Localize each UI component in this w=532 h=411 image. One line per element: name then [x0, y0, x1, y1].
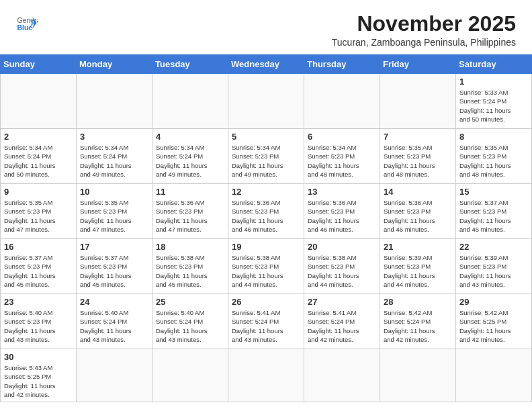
day-number: 19	[232, 242, 300, 252]
day-number: 8	[459, 132, 528, 142]
weekday-header-saturday: Saturday	[456, 55, 532, 74]
day-info: Sunrise: 5:37 AM Sunset: 5:23 PM Dayligh…	[80, 253, 148, 289]
day-info: Sunrise: 5:34 AM Sunset: 5:24 PM Dayligh…	[80, 143, 148, 179]
day-number: 29	[459, 297, 528, 307]
day-number: 18	[156, 242, 224, 252]
calendar-cell: 14Sunrise: 5:36 AM Sunset: 5:23 PM Dayli…	[380, 184, 456, 239]
day-number: 20	[308, 242, 376, 252]
day-number: 6	[308, 132, 376, 142]
calendar-cell	[1, 74, 77, 129]
week-row-1: 2Sunrise: 5:34 AM Sunset: 5:24 PM Daylig…	[1, 129, 532, 184]
calendar-cell: 25Sunrise: 5:40 AM Sunset: 5:24 PM Dayli…	[152, 294, 228, 349]
calendar-cell	[152, 74, 228, 129]
day-info: Sunrise: 5:40 AM Sunset: 5:24 PM Dayligh…	[80, 308, 148, 344]
calendar-cell	[152, 349, 228, 402]
calendar-cell: 12Sunrise: 5:36 AM Sunset: 5:23 PM Dayli…	[228, 184, 304, 239]
calendar-cell: 16Sunrise: 5:37 AM Sunset: 5:23 PM Dayli…	[1, 239, 77, 294]
day-info: Sunrise: 5:38 AM Sunset: 5:23 PM Dayligh…	[156, 253, 224, 289]
calendar-cell: 4Sunrise: 5:34 AM Sunset: 5:24 PM Daylig…	[152, 129, 228, 184]
calendar-cell	[380, 349, 456, 402]
day-info: Sunrise: 5:39 AM Sunset: 5:23 PM Dayligh…	[384, 253, 452, 289]
day-info: Sunrise: 5:42 AM Sunset: 5:25 PM Dayligh…	[459, 308, 528, 344]
calendar-cell: 19Sunrise: 5:38 AM Sunset: 5:23 PM Dayli…	[228, 239, 304, 294]
calendar-cell: 8Sunrise: 5:35 AM Sunset: 5:23 PM Daylig…	[456, 129, 532, 184]
day-number: 24	[80, 297, 148, 307]
calendar-cell: 10Sunrise: 5:35 AM Sunset: 5:23 PM Dayli…	[77, 184, 152, 239]
day-info: Sunrise: 5:40 AM Sunset: 5:24 PM Dayligh…	[156, 308, 224, 344]
day-number: 27	[308, 297, 376, 307]
week-row-0: 1Sunrise: 5:33 AM Sunset: 5:24 PM Daylig…	[1, 74, 532, 129]
calendar-cell: 22Sunrise: 5:39 AM Sunset: 5:23 PM Dayli…	[456, 239, 532, 294]
week-row-3: 16Sunrise: 5:37 AM Sunset: 5:23 PM Dayli…	[1, 239, 532, 294]
weekday-header-wednesday: Wednesday	[228, 55, 304, 74]
day-info: Sunrise: 5:36 AM Sunset: 5:23 PM Dayligh…	[384, 198, 452, 234]
day-info: Sunrise: 5:39 AM Sunset: 5:23 PM Dayligh…	[459, 253, 528, 289]
day-info: Sunrise: 5:38 AM Sunset: 5:23 PM Dayligh…	[308, 253, 376, 289]
day-number: 23	[4, 297, 73, 307]
day-info: Sunrise: 5:38 AM Sunset: 5:23 PM Dayligh…	[232, 253, 300, 289]
day-number: 1	[459, 77, 528, 87]
calendar-cell: 9Sunrise: 5:35 AM Sunset: 5:23 PM Daylig…	[1, 184, 77, 239]
calendar-cell: 20Sunrise: 5:38 AM Sunset: 5:23 PM Dayli…	[304, 239, 380, 294]
day-info: Sunrise: 5:37 AM Sunset: 5:23 PM Dayligh…	[459, 198, 528, 234]
day-info: Sunrise: 5:35 AM Sunset: 5:23 PM Dayligh…	[80, 198, 148, 234]
week-row-4: 23Sunrise: 5:40 AM Sunset: 5:23 PM Dayli…	[1, 294, 532, 349]
calendar-cell: 18Sunrise: 5:38 AM Sunset: 5:23 PM Dayli…	[152, 239, 228, 294]
day-info: Sunrise: 5:33 AM Sunset: 5:24 PM Dayligh…	[459, 88, 528, 124]
month-title: November 2025	[332, 12, 516, 36]
calendar-cell	[228, 74, 304, 129]
day-info: Sunrise: 5:36 AM Sunset: 5:23 PM Dayligh…	[308, 198, 376, 234]
page: General Blue November 2025 Tucuran, Zamb…	[0, 0, 532, 402]
calendar-cell: 24Sunrise: 5:40 AM Sunset: 5:24 PM Dayli…	[77, 294, 152, 349]
calendar-cell: 13Sunrise: 5:36 AM Sunset: 5:23 PM Dayli…	[304, 184, 380, 239]
weekday-header-monday: Monday	[77, 55, 152, 74]
calendar-cell: 11Sunrise: 5:36 AM Sunset: 5:23 PM Dayli…	[152, 184, 228, 239]
weekday-header-friday: Friday	[380, 55, 456, 74]
logo-icon: General Blue	[16, 12, 38, 34]
day-number: 7	[384, 132, 452, 142]
calendar-cell: 29Sunrise: 5:42 AM Sunset: 5:25 PM Dayli…	[456, 294, 532, 349]
calendar-cell: 21Sunrise: 5:39 AM Sunset: 5:23 PM Dayli…	[380, 239, 456, 294]
calendar-cell: 17Sunrise: 5:37 AM Sunset: 5:23 PM Dayli…	[77, 239, 152, 294]
day-info: Sunrise: 5:40 AM Sunset: 5:23 PM Dayligh…	[4, 308, 73, 344]
logo: General Blue	[16, 12, 38, 34]
day-number: 11	[156, 187, 224, 197]
day-number: 2	[4, 132, 73, 142]
week-row-5: 30Sunrise: 5:43 AM Sunset: 5:25 PM Dayli…	[1, 349, 532, 402]
day-info: Sunrise: 5:35 AM Sunset: 5:23 PM Dayligh…	[384, 143, 452, 179]
calendar-cell: 7Sunrise: 5:35 AM Sunset: 5:23 PM Daylig…	[380, 129, 456, 184]
day-info: Sunrise: 5:42 AM Sunset: 5:24 PM Dayligh…	[384, 308, 452, 344]
day-number: 26	[232, 297, 300, 307]
day-number: 15	[459, 187, 528, 197]
calendar-cell: 2Sunrise: 5:34 AM Sunset: 5:24 PM Daylig…	[1, 129, 77, 184]
day-number: 5	[232, 132, 300, 142]
calendar-cell	[304, 74, 380, 129]
calendar-cell: 1Sunrise: 5:33 AM Sunset: 5:24 PM Daylig…	[456, 74, 532, 129]
calendar-cell	[456, 349, 532, 402]
weekday-header-sunday: Sunday	[1, 55, 77, 74]
day-number: 25	[156, 297, 224, 307]
calendar-cell	[77, 74, 152, 129]
calendar-table: SundayMondayTuesdayWednesdayThursdayFrid…	[0, 54, 532, 402]
weekday-header-thursday: Thursday	[304, 55, 380, 74]
day-info: Sunrise: 5:34 AM Sunset: 5:23 PM Dayligh…	[308, 143, 376, 179]
day-info: Sunrise: 5:37 AM Sunset: 5:23 PM Dayligh…	[4, 253, 73, 289]
day-info: Sunrise: 5:41 AM Sunset: 5:24 PM Dayligh…	[308, 308, 376, 344]
day-number: 13	[308, 187, 376, 197]
day-number: 14	[384, 187, 452, 197]
calendar-cell: 26Sunrise: 5:41 AM Sunset: 5:24 PM Dayli…	[228, 294, 304, 349]
day-number: 28	[384, 297, 452, 307]
calendar-cell	[228, 349, 304, 402]
day-info: Sunrise: 5:35 AM Sunset: 5:23 PM Dayligh…	[4, 198, 73, 234]
svg-text:Blue: Blue	[17, 24, 33, 32]
day-info: Sunrise: 5:34 AM Sunset: 5:24 PM Dayligh…	[4, 143, 73, 179]
calendar-cell: 27Sunrise: 5:41 AM Sunset: 5:24 PM Dayli…	[304, 294, 380, 349]
week-row-2: 9Sunrise: 5:35 AM Sunset: 5:23 PM Daylig…	[1, 184, 532, 239]
title-block: November 2025 Tucuran, Zamboanga Peninsu…	[332, 12, 516, 48]
day-info: Sunrise: 5:34 AM Sunset: 5:23 PM Dayligh…	[232, 143, 300, 179]
calendar-cell	[380, 74, 456, 129]
day-info: Sunrise: 5:41 AM Sunset: 5:24 PM Dayligh…	[232, 308, 300, 344]
day-number: 10	[80, 187, 148, 197]
day-info: Sunrise: 5:36 AM Sunset: 5:23 PM Dayligh…	[232, 198, 300, 234]
calendar-cell: 23Sunrise: 5:40 AM Sunset: 5:23 PM Dayli…	[1, 294, 77, 349]
